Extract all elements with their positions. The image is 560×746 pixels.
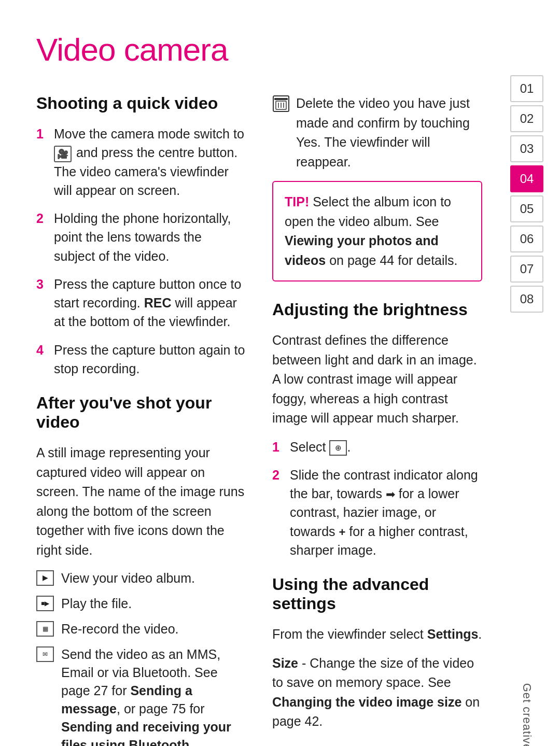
re-record-icon: ▦ <box>36 621 54 637</box>
sidebar-num-08: 08 <box>510 286 543 313</box>
section-advanced: Using the advanced settings From the vie… <box>272 575 482 731</box>
icon-list-item-3-text: Re-record the video. <box>61 620 179 638</box>
sidebar-num-01: 01 <box>510 75 543 102</box>
sidebar-num-04-active: 04 <box>510 165 543 192</box>
brightness-step-2: 2 Slide the contrast indicator along the… <box>272 466 482 559</box>
step-3: 3 Press the capture button once to start… <box>36 275 246 331</box>
delete-icon <box>272 95 290 172</box>
get-creative-label: Get creative <box>520 683 534 746</box>
left-column: Shooting a quick video 1 Move the camera… <box>36 94 246 746</box>
icon-list-item-4: ✉ Send the video as an MMS, Email or via… <box>36 645 246 746</box>
tip-box: TIP! Select the album icon to open the v… <box>272 181 482 281</box>
brightness-step-2-text: Slide the contrast indicator along the b… <box>290 466 482 559</box>
step-3-text: Press the capture button once to start r… <box>54 275 246 331</box>
brightness-step-1: 1 Select ⊕. <box>272 438 482 456</box>
sidebar-num-07: 07 <box>510 256 543 283</box>
after-shot-para: A still image representing your captured… <box>36 443 246 560</box>
icon-list-item-3: ▦ Re-record the video. <box>36 620 246 638</box>
section-shooting: Shooting a quick video 1 Move the camera… <box>36 94 246 378</box>
icon-list-item-2-text: Play the file. <box>61 595 132 613</box>
page-title: Video camera <box>36 31 482 68</box>
step-3-num: 3 <box>36 275 47 331</box>
tip-label: TIP! <box>285 194 309 209</box>
step-4-num: 4 <box>36 341 47 378</box>
select-icon: ⊕ <box>329 440 347 456</box>
step-1-num: 1 <box>36 124 47 200</box>
svg-rect-1 <box>274 98 288 100</box>
step-2-text: Holding the phone horizontally, point th… <box>54 209 246 265</box>
section-after-shot: After you've shot your video A still ima… <box>36 393 246 746</box>
right-column: Delete the video you have just made and … <box>272 94 482 746</box>
after-shot-title: After you've shot your video <box>36 393 246 432</box>
step-4: 4 Press the capture button again to stop… <box>36 341 246 378</box>
delete-text: Delete the video you have just made and … <box>296 94 482 172</box>
sidebar-num-06: 06 <box>510 226 543 252</box>
tip-text: Select the album icon to open the video … <box>285 194 458 268</box>
sidebar-num-05: 05 <box>510 195 543 222</box>
advanced-title: Using the advanced settings <box>272 575 482 613</box>
sidebar-num-02: 02 <box>510 105 543 132</box>
icon-list-item-1: ▶ View your video album. <box>36 569 246 587</box>
brightness-steps: 1 Select ⊕. 2 Slide the contrast indicat… <box>272 438 482 560</box>
brightness-para: Contrast defines the difference between … <box>272 331 482 428</box>
delete-section: Delete the video you have just made and … <box>272 94 482 172</box>
step-1: 1 Move the camera mode switch to 🎥 and p… <box>36 124 246 200</box>
brightness-title: Adjusting the brightness <box>272 300 482 319</box>
shooting-steps: 1 Move the camera mode switch to 🎥 and p… <box>36 124 246 378</box>
step-2: 2 Holding the phone horizontally, point … <box>36 209 246 265</box>
advanced-para1: From the viewfinder select Settings. <box>272 625 482 644</box>
get-creative-section: Get creative <box>508 639 545 746</box>
step-4-text: Press the capture button again to stop r… <box>54 341 246 378</box>
brightness-step-1-num: 1 <box>272 438 283 456</box>
brightness-step-2-num: 2 <box>272 466 283 559</box>
icon-list-item-2: ■▶ Play the file. <box>36 595 246 613</box>
play-album-icon: ▶ <box>36 570 54 586</box>
icon-list: ▶ View your video album. ■▶ Play the fil… <box>36 569 246 746</box>
brightness-step-1-text: Select ⊕. <box>290 438 482 456</box>
section-shooting-title: Shooting a quick video <box>36 94 246 113</box>
sidebar-num-03: 03 <box>510 135 543 162</box>
icon-list-item-4-text: Send the video as an MMS, Email or via B… <box>61 645 246 746</box>
play-file-icon: ■▶ <box>36 596 54 611</box>
camera-mode-icon: 🎥 <box>54 146 72 162</box>
sidebar: 01 02 03 04 05 06 07 08 Get creative <box>508 0 545 746</box>
icon-list-item-1-text: View your video album. <box>61 569 195 587</box>
section-brightness: Adjusting the brightness Contrast define… <box>272 300 482 559</box>
send-icon: ✉ <box>36 646 54 662</box>
step-1-text: Move the camera mode switch to 🎥 and pre… <box>54 124 246 200</box>
step-2-num: 2 <box>36 209 47 265</box>
advanced-para2: Size - Change the size of the video to s… <box>272 654 482 731</box>
